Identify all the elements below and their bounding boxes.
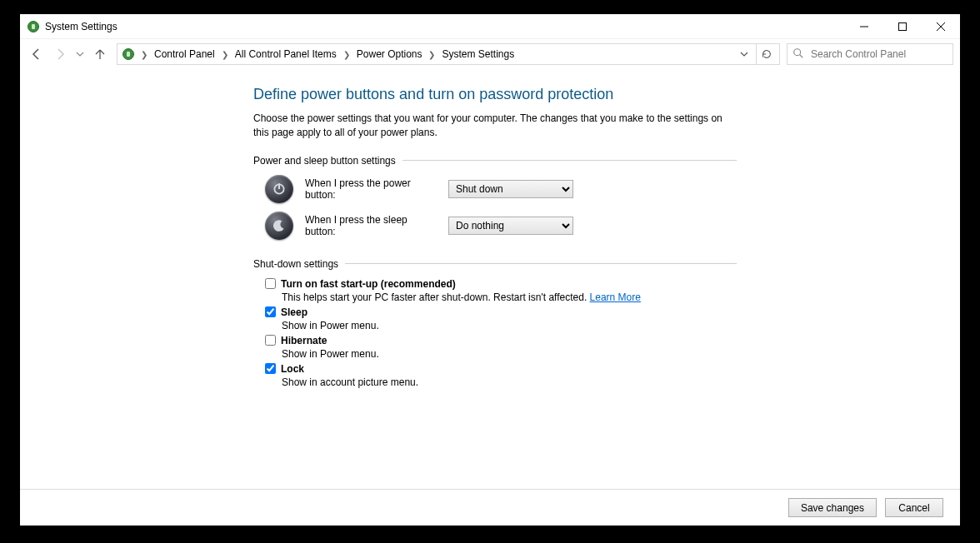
footer: Save changes Cancel	[20, 489, 960, 526]
svg-rect-1	[32, 24, 35, 29]
window-controls	[845, 14, 960, 38]
search-icon	[792, 47, 804, 62]
svg-rect-3	[899, 22, 907, 30]
section-rule	[345, 263, 737, 264]
up-button[interactable]	[90, 44, 110, 64]
hibernate-checkbox[interactable]	[265, 335, 276, 346]
maximize-button[interactable]	[883, 14, 922, 38]
power-icon	[265, 175, 293, 203]
chevron-right-icon[interactable]: ❯	[342, 50, 352, 59]
section-shutdown: Shut-down settings	[253, 258, 737, 270]
content-area: Define power buttons and turn on passwor…	[20, 69, 960, 489]
window: System Settings	[20, 14, 960, 526]
address-bar[interactable]: ❯ Control Panel ❯ All Control Panel Item…	[117, 43, 780, 65]
lock-checkbox-label: Lock	[281, 363, 304, 375]
breadcrumb-item[interactable]: System Settings	[438, 44, 518, 64]
lock-checkbox-desc: Show in account picture menu.	[282, 376, 737, 388]
close-button[interactable]	[922, 14, 960, 38]
recent-dropdown[interactable]	[73, 44, 87, 64]
power-button-row: When I press the power button: Shut down	[265, 175, 737, 203]
power-button-label: When I press the power button:	[305, 177, 437, 201]
minimize-button[interactable]	[845, 14, 883, 38]
breadcrumb-item[interactable]: Control Panel	[151, 44, 218, 64]
fast-startup-checkbox[interactable]	[265, 278, 276, 289]
fast-startup-item: Turn on fast start-up (recommended) This…	[265, 278, 737, 303]
svg-line-9	[800, 54, 803, 57]
svg-rect-7	[127, 52, 130, 57]
power-button-select[interactable]: Shut down	[448, 180, 573, 198]
hibernate-checkbox-label: Hibernate	[281, 335, 327, 346]
toolbar: ❯ Control Panel ❯ All Control Panel Item…	[20, 39, 960, 69]
learn-more-link[interactable]: Learn More	[590, 291, 641, 303]
search-box[interactable]	[787, 43, 953, 65]
breadcrumb-item[interactable]: Power Options	[353, 44, 426, 64]
sleep-button-label: When I press the sleep button:	[305, 214, 437, 237]
svg-point-8	[794, 48, 801, 55]
chevron-right-icon[interactable]: ❯	[139, 50, 149, 59]
section-rule	[402, 160, 737, 161]
app-icon	[27, 20, 40, 33]
fast-startup-label: Turn on fast start-up (recommended)	[281, 278, 456, 290]
sleep-item: Sleep Show in Power menu.	[265, 306, 737, 331]
breadcrumb-item[interactable]: All Control Panel Items	[232, 44, 340, 64]
save-button[interactable]: Save changes	[788, 498, 877, 517]
lock-checkbox[interactable]	[265, 363, 276, 374]
fast-startup-desc: This helps start your PC faster after sh…	[282, 291, 737, 303]
section-label: Power and sleep button settings	[253, 155, 396, 167]
address-icon	[121, 47, 136, 62]
sleep-button-row: When I press the sleep button: Do nothin…	[265, 212, 737, 240]
sleep-checkbox-desc: Show in Power menu.	[282, 320, 737, 331]
forward-button[interactable]	[50, 44, 70, 64]
section-label: Shut-down settings	[253, 258, 338, 270]
sleep-checkbox[interactable]	[265, 306, 276, 317]
search-input[interactable]	[809, 47, 948, 61]
hibernate-checkbox-desc: Show in Power menu.	[282, 348, 737, 360]
sleep-button-select[interactable]: Do nothing	[448, 217, 573, 235]
address-history-dropdown[interactable]	[734, 44, 754, 64]
cancel-button[interactable]: Cancel	[885, 498, 943, 517]
refresh-button[interactable]	[756, 44, 776, 64]
lock-item: Lock Show in account picture menu.	[265, 363, 737, 388]
hibernate-item: Hibernate Show in Power menu.	[265, 335, 737, 360]
section-power-sleep: Power and sleep button settings	[253, 155, 737, 167]
page-description: Choose the power settings that you want …	[253, 112, 737, 140]
page-heading: Define power buttons and turn on passwor…	[253, 86, 737, 103]
sleep-checkbox-label: Sleep	[281, 306, 308, 318]
back-button[interactable]	[27, 44, 47, 64]
sleep-icon	[265, 212, 293, 240]
window-title: System Settings	[45, 21, 118, 32]
chevron-right-icon[interactable]: ❯	[220, 50, 230, 59]
titlebar: System Settings	[20, 14, 960, 39]
chevron-right-icon[interactable]: ❯	[427, 50, 437, 59]
